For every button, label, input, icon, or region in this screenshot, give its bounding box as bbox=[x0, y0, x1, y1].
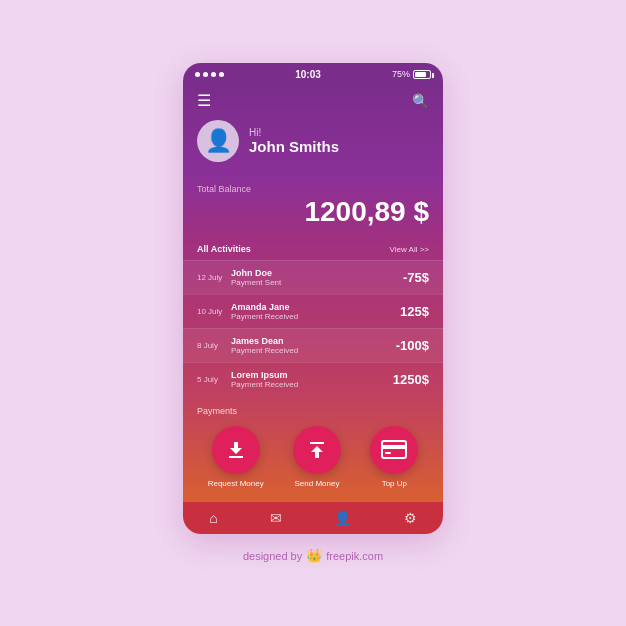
balance-label: Total Balance bbox=[197, 184, 429, 194]
activity-date: 8 July bbox=[197, 341, 225, 350]
send-money-label: Send Money bbox=[295, 479, 340, 488]
view-all-link[interactable]: View All >> bbox=[390, 245, 429, 254]
upload-icon bbox=[305, 438, 329, 462]
footer-crown-icon: 👑 bbox=[306, 548, 322, 563]
payments-buttons: Request Money Send Money bbox=[197, 426, 429, 488]
activity-row: 5 July Lorem Ipsum Payment Received 1250… bbox=[183, 362, 443, 396]
activity-type: Payment Received bbox=[231, 346, 396, 355]
send-money-button[interactable] bbox=[293, 426, 341, 474]
activity-date: 12 July bbox=[197, 273, 225, 282]
activity-info: James Dean Payment Received bbox=[231, 336, 396, 355]
activity-name: John Doe bbox=[231, 268, 403, 278]
activity-info: Amanda Jane Payment Received bbox=[231, 302, 400, 321]
avatar: 👤 bbox=[197, 120, 239, 162]
menu-icon[interactable]: ☰ bbox=[197, 91, 211, 110]
dot-1 bbox=[195, 72, 200, 77]
activities-header: All Activities View All >> bbox=[183, 238, 443, 260]
request-money-button[interactable] bbox=[212, 426, 260, 474]
activity-amount: 125$ bbox=[400, 304, 429, 319]
activities-section: All Activities View All >> 12 July John … bbox=[183, 238, 443, 396]
dot-4 bbox=[219, 72, 224, 77]
top-up-button[interactable] bbox=[370, 426, 418, 474]
app-header: ☰ 🔍 👤 Hi! John Smiths bbox=[183, 85, 443, 176]
svg-rect-1 bbox=[382, 445, 406, 449]
activity-date: 5 July bbox=[197, 375, 225, 384]
activities-title: All Activities bbox=[197, 244, 251, 254]
activity-name: James Dean bbox=[231, 336, 396, 346]
request-money-wrapper[interactable]: Request Money bbox=[208, 426, 264, 488]
battery-icon bbox=[413, 70, 431, 79]
phone-frame: 10:03 75% ☰ 🔍 👤 Hi! John Smiths bbox=[183, 63, 443, 534]
activity-info: John Doe Payment Sent bbox=[231, 268, 403, 287]
signal-dots bbox=[195, 72, 224, 77]
nav-message-icon[interactable]: ✉ bbox=[270, 510, 282, 526]
status-battery: 75% bbox=[392, 69, 431, 79]
request-money-label: Request Money bbox=[208, 479, 264, 488]
top-up-wrapper[interactable]: Top Up bbox=[370, 426, 418, 488]
dot-3 bbox=[211, 72, 216, 77]
avatar-icon: 👤 bbox=[205, 130, 232, 152]
bottom-nav: ⌂ ✉ 👤 ⚙ bbox=[183, 502, 443, 534]
user-info: Hi! John Smiths bbox=[249, 127, 339, 155]
status-bar: 10:03 75% bbox=[183, 63, 443, 85]
activity-info: Lorem Ipsum Payment Received bbox=[231, 370, 393, 389]
battery-fill bbox=[415, 72, 426, 77]
activity-name: Amanda Jane bbox=[231, 302, 400, 312]
activity-amount: -75$ bbox=[403, 270, 429, 285]
activity-date: 10 July bbox=[197, 307, 225, 316]
activity-name: Lorem Ipsum bbox=[231, 370, 393, 380]
status-time: 10:03 bbox=[295, 69, 321, 80]
download-icon bbox=[224, 438, 248, 462]
nav-home-icon[interactable]: ⌂ bbox=[209, 510, 217, 526]
footer: designed by 👑 freepik.com bbox=[243, 548, 383, 563]
svg-rect-2 bbox=[385, 452, 391, 454]
send-money-wrapper[interactable]: Send Money bbox=[293, 426, 341, 488]
footer-brand: freepik.com bbox=[326, 550, 383, 562]
activity-row: 10 July Amanda Jane Payment Received 125… bbox=[183, 294, 443, 328]
svg-rect-0 bbox=[382, 441, 406, 458]
app-wrapper: 10:03 75% ☰ 🔍 👤 Hi! John Smiths bbox=[183, 63, 443, 563]
activity-row: 12 July John Doe Payment Sent -75$ bbox=[183, 260, 443, 294]
nav-user-icon[interactable]: 👤 bbox=[334, 510, 351, 526]
payments-section: Payments Request Money bbox=[183, 396, 443, 502]
activity-type: Payment Sent bbox=[231, 278, 403, 287]
activity-amount: 1250$ bbox=[393, 372, 429, 387]
balance-section: Total Balance 1200,89 $ bbox=[183, 176, 443, 238]
user-name: John Smiths bbox=[249, 138, 339, 155]
activity-type: Payment Received bbox=[231, 380, 393, 389]
top-up-label: Top Up bbox=[382, 479, 407, 488]
activity-amount: -100$ bbox=[396, 338, 429, 353]
balance-amount: 1200,89 $ bbox=[197, 196, 429, 228]
top-bar: ☰ 🔍 bbox=[197, 91, 429, 110]
battery-percent: 75% bbox=[392, 69, 410, 79]
user-greeting: Hi! bbox=[249, 127, 339, 138]
activity-list: 12 July John Doe Payment Sent -75$ 10 Ju… bbox=[183, 260, 443, 396]
footer-text: designed by bbox=[243, 550, 302, 562]
search-icon[interactable]: 🔍 bbox=[412, 93, 429, 109]
nav-settings-icon[interactable]: ⚙ bbox=[404, 510, 417, 526]
dot-2 bbox=[203, 72, 208, 77]
card-icon bbox=[381, 440, 407, 460]
activity-type: Payment Received bbox=[231, 312, 400, 321]
payments-label: Payments bbox=[197, 406, 429, 416]
user-section: 👤 Hi! John Smiths bbox=[197, 120, 429, 162]
activity-row: 8 July James Dean Payment Received -100$ bbox=[183, 328, 443, 362]
